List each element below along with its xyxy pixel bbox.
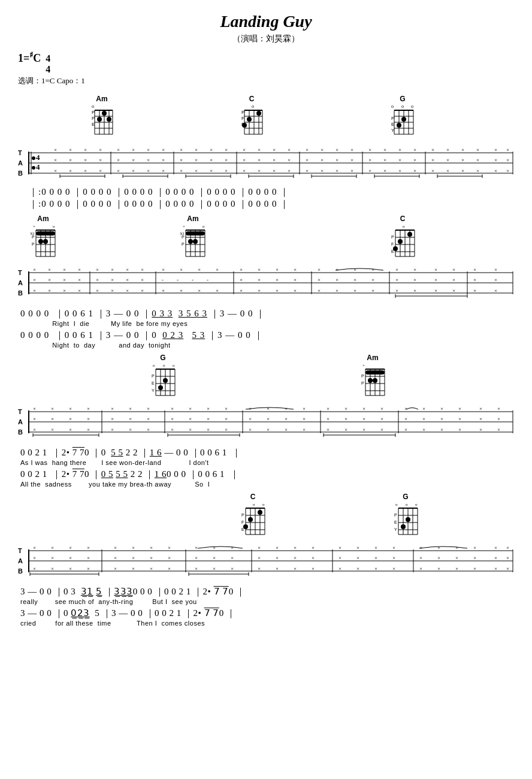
svg-text:×: × xyxy=(312,545,315,551)
svg-text:×: × xyxy=(111,406,114,412)
svg-text:T: T xyxy=(18,408,22,415)
svg-text:×: × xyxy=(213,555,216,561)
svg-text:×: × xyxy=(312,555,315,561)
svg-text:-: - xyxy=(207,277,208,283)
svg-text:×: × xyxy=(51,566,54,572)
svg-text:×: × xyxy=(126,267,129,273)
svg-text:×: × xyxy=(476,147,479,153)
svg-text:×: × xyxy=(303,406,306,412)
svg-text:P: P xyxy=(391,235,394,239)
svg-text:A: A xyxy=(18,557,23,564)
svg-text:×: × xyxy=(111,267,114,273)
svg-text:×: × xyxy=(114,555,117,561)
svg-text:×: × xyxy=(434,288,437,294)
svg-text:×: × xyxy=(285,416,288,422)
svg-text:×: × xyxy=(419,566,422,572)
svg-text:×: × xyxy=(33,288,36,294)
svg-text:×: × xyxy=(335,168,338,174)
svg-point-13 xyxy=(97,117,102,122)
svg-text:×: × xyxy=(422,427,425,433)
svg-text:×: × xyxy=(362,427,365,433)
notation-chorus2-1: 3 — 0 0 ｜0 3 3̲1̲ 5̲ ｜3̲3̲3̲0 0 0 ｜0 0 2… xyxy=(18,586,514,597)
svg-text:×: × xyxy=(111,277,114,283)
svg-text:×: × xyxy=(147,168,150,174)
svg-text:×: × xyxy=(395,288,398,294)
svg-text:o: o xyxy=(253,502,255,507)
svg-text:×: × xyxy=(479,406,482,412)
svg-text:×: × xyxy=(461,168,464,174)
svg-text:×: × xyxy=(195,555,198,561)
lyrics-chorus1-1: As I was hang there I see won-der-land I… xyxy=(18,459,514,466)
svg-text:×: × xyxy=(267,427,270,433)
svg-text:A: A xyxy=(18,418,23,425)
svg-point-28 xyxy=(256,111,261,116)
svg-text:×: × xyxy=(195,168,198,174)
svg-point-11 xyxy=(102,111,107,116)
svg-text:×: × xyxy=(84,157,87,163)
svg-text:×: × xyxy=(494,267,497,273)
svg-text:E: E xyxy=(241,122,244,127)
svg-text:×: × xyxy=(404,427,407,433)
svg-text:×: × xyxy=(476,157,479,163)
lyrics-verse-1: Right I die My life be fore my eyes xyxy=(18,320,514,327)
notation-chorus2-2: 3 — 0 0 ｜0 0̲2̲3̲ 5 ｜3 — 0 0 ｜0 0 2 1 ｜2… xyxy=(18,608,514,619)
svg-text:×: × xyxy=(51,427,54,433)
svg-text:×: × xyxy=(327,416,330,422)
svg-text:×: × xyxy=(180,168,183,174)
svg-text:B: B xyxy=(18,567,23,575)
svg-text:×: × xyxy=(294,277,297,283)
svg-text:×: × xyxy=(413,267,416,273)
svg-text:×: × xyxy=(78,267,81,273)
svg-text:×: × xyxy=(243,147,246,153)
svg-text:P: P xyxy=(32,242,35,246)
svg-text:×: × xyxy=(335,157,338,163)
svg-text:×: × xyxy=(114,566,117,572)
svg-text:×: × xyxy=(99,157,102,163)
svg-text:P: P xyxy=(32,235,35,239)
svg-text:×: × xyxy=(371,267,374,273)
svg-text:×: × xyxy=(380,427,383,433)
svg-text:×: × xyxy=(392,545,395,551)
svg-text:×: × xyxy=(398,168,401,174)
svg-text:×: × xyxy=(171,416,174,422)
svg-text:P: P xyxy=(361,381,364,385)
svg-text:×: × xyxy=(99,147,102,153)
svg-point-60 xyxy=(32,156,35,160)
svg-text:×: × xyxy=(171,427,174,433)
capo-info: 选调：1=C Capo：1 xyxy=(18,76,514,86)
svg-text:×: × xyxy=(318,288,321,294)
svg-text:×: × xyxy=(69,545,72,551)
svg-text:F: F xyxy=(241,520,244,524)
svg-text:×: × xyxy=(147,157,150,163)
svg-text:×: × xyxy=(506,555,509,561)
svg-text:o: o xyxy=(53,224,55,229)
svg-text:×: × xyxy=(249,427,252,433)
svg-text:×: × xyxy=(431,168,434,174)
svg-text:×: × xyxy=(63,277,66,283)
svg-text:×: × xyxy=(216,288,219,294)
svg-text:×: × xyxy=(338,555,341,561)
svg-text:×: × xyxy=(162,267,165,273)
svg-text:×: × xyxy=(198,267,201,273)
svg-text:o: o xyxy=(202,224,205,229)
svg-rect-195 xyxy=(36,231,55,235)
svg-text:×: × xyxy=(413,288,416,294)
svg-text:×: × xyxy=(87,416,90,422)
notation-intro-2: ｜:0 0 0 0 ｜0 0 0 0 ｜0 0 0 0 ｜0 0 0 0 ｜0 … xyxy=(18,198,514,210)
svg-text:×: × xyxy=(243,168,246,174)
svg-text:-: - xyxy=(177,277,179,283)
svg-text:×: × xyxy=(69,555,72,561)
svg-text:P: P xyxy=(361,374,364,378)
svg-text:×: × xyxy=(350,168,353,174)
svg-text:×: × xyxy=(99,168,102,174)
section-chorus1: G o o o P xyxy=(18,354,514,488)
svg-text:×: × xyxy=(168,555,171,561)
notation-verse-2: 0 0 0 0 ｜0 0 6 1 ｜3 — 0 0 ｜0 0 2 3 5 3 ｜… xyxy=(18,330,514,341)
notation-verse-1: 0 0 0 0 ｜0 0 6 1 ｜3 — 0 0 ｜0 3 3 3 5 6 3… xyxy=(18,308,514,319)
svg-text:E: E xyxy=(152,381,155,385)
svg-text:×: × xyxy=(33,427,36,433)
svg-text:×: × xyxy=(114,545,117,551)
svg-text:×: × xyxy=(306,147,309,153)
svg-text:×: × xyxy=(497,416,500,422)
svg-text:×: × xyxy=(344,416,347,422)
